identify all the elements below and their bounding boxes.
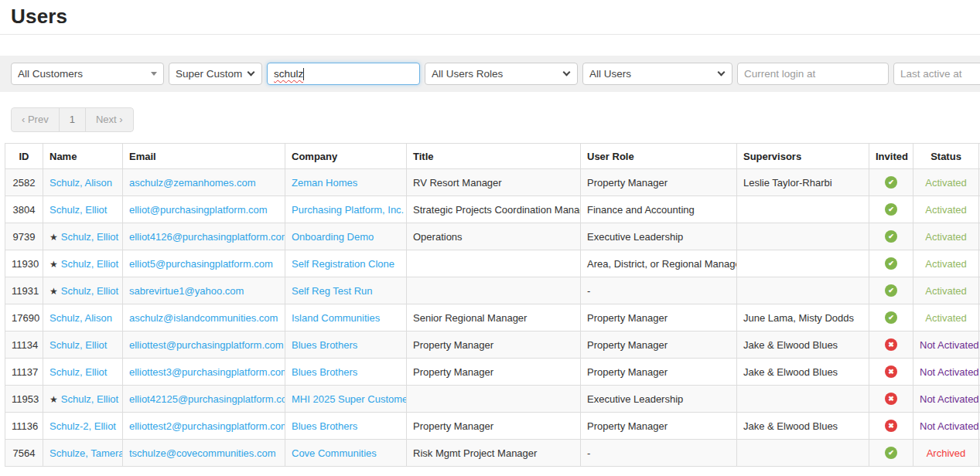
cell-name: ★Schulz, Elliot bbox=[43, 277, 123, 304]
table-row: 3804Schulz, Elliotelliot@purchasingplatf… bbox=[5, 196, 980, 223]
user-name-link[interactable]: Schulz, Elliot bbox=[61, 258, 118, 270]
check-circle-icon: ✔ bbox=[885, 311, 897, 324]
company-link[interactable]: Zeman Homes bbox=[292, 177, 357, 189]
cell-status: Activated bbox=[913, 250, 979, 277]
table-row: 17690Schulz, Alisonaschulz@islandcommuni… bbox=[5, 304, 980, 332]
cell-supervisors: Jake & Elwood Blues bbox=[737, 413, 869, 440]
page-title: Users bbox=[11, 5, 67, 29]
cell-user-role: - bbox=[581, 277, 737, 304]
column-header-status: Status bbox=[913, 144, 979, 169]
cell-company: Cove Communities bbox=[285, 440, 407, 467]
search-input[interactable]: schulz bbox=[267, 63, 420, 85]
cell-title bbox=[407, 386, 581, 413]
company-link[interactable]: Blues Brothers bbox=[292, 366, 357, 378]
next-page-button[interactable]: Next › bbox=[85, 107, 134, 132]
user-name-link[interactable]: Schulz, Elliot bbox=[61, 285, 118, 297]
company-link[interactable]: Onboarding Demo bbox=[292, 231, 374, 243]
cell-user-role: Property Manager bbox=[581, 169, 737, 196]
cell-invited: ✔ bbox=[869, 250, 913, 277]
status-badge: Not Activated bbox=[920, 339, 979, 351]
last-active-input[interactable]: Last active at bbox=[893, 63, 980, 85]
column-header-company: Company bbox=[285, 144, 407, 169]
current-login-input[interactable]: Current login at bbox=[737, 63, 889, 85]
cell-name: Schulz, Elliot bbox=[43, 196, 123, 223]
user-name-link[interactable]: Schulz, Elliot bbox=[61, 231, 118, 243]
company-link[interactable]: Purchasing Platform, Inc. bbox=[292, 204, 404, 216]
page-1-button[interactable]: 1 bbox=[59, 107, 86, 132]
user-email-link[interactable]: elliot@purchasingplatform.com bbox=[129, 204, 268, 216]
star-icon: ★ bbox=[50, 259, 58, 270]
user-role-select[interactable]: All Users Roles bbox=[425, 63, 578, 85]
table-row: 11953★Schulz, Elliotelliot42125@purchasi… bbox=[5, 386, 980, 413]
user-email-link[interactable]: elliot42125@purchasingplatform.com bbox=[129, 393, 285, 405]
status-badge: Activated bbox=[925, 177, 966, 189]
user-email-link[interactable]: aschulz@zemanhomes.com bbox=[129, 177, 255, 189]
cell-supervisors bbox=[737, 250, 869, 277]
user-name-link[interactable]: Schulz, Elliot bbox=[50, 339, 107, 351]
user-email-link[interactable]: aschulz@islandcommunities.com bbox=[129, 312, 278, 324]
user-email-link[interactable]: sabrevirtue1@yahoo.com bbox=[129, 285, 244, 297]
check-circle-icon: ✔ bbox=[885, 203, 897, 216]
company-link[interactable]: Cove Communities bbox=[292, 447, 377, 459]
cell-title: RV Resort Manager bbox=[407, 169, 581, 196]
x-circle-icon: ✖ bbox=[885, 338, 897, 351]
cell-company: Onboarding Demo bbox=[285, 223, 407, 250]
prev-page-button[interactable]: ‹ Prev bbox=[11, 107, 60, 132]
cell-name: Schulz, Alison bbox=[43, 169, 123, 196]
cell-email: elliot@purchasingplatform.com bbox=[123, 196, 285, 223]
user-email-link[interactable]: tschulze@covecommunities.com bbox=[129, 447, 275, 459]
user-email-link[interactable]: elliottest2@purchasingplatform.com bbox=[129, 420, 285, 432]
user-name-link[interactable]: Schulz-2, Elliot bbox=[50, 420, 116, 432]
users-select[interactable]: All Users bbox=[582, 63, 732, 85]
company-link[interactable]: Island Communities bbox=[292, 312, 380, 324]
cell-email: elliot42125@purchasingplatform.com bbox=[123, 386, 285, 413]
cell-status: Not Activated bbox=[913, 332, 979, 359]
user-name-link[interactable]: Schulz, Elliot bbox=[50, 366, 107, 378]
cell-user-id: 3804 bbox=[5, 196, 43, 223]
cell-name: Schulze, Tamera bbox=[43, 440, 123, 467]
cell-user-id: 11134 bbox=[5, 332, 43, 359]
table-row: 11931★Schulz, Elliotsabrevirtue1@yahoo.c… bbox=[5, 277, 980, 304]
cell-company: Island Communities bbox=[285, 304, 407, 332]
user-email-link[interactable]: elliottest3@purchasingplatform.com bbox=[129, 366, 285, 378]
company-link[interactable]: Self Registration Clone bbox=[292, 258, 394, 270]
column-header-email: Email bbox=[123, 144, 285, 169]
user-name-link[interactable]: Schulze, Tamera bbox=[50, 447, 123, 459]
column-header-name: Name bbox=[43, 144, 123, 169]
user-email-link[interactable]: elliot4126@purchasingplatform.com bbox=[129, 231, 285, 243]
cell-user-role: Finance and Accounting bbox=[581, 196, 737, 223]
user-name-link[interactable]: Schulz, Elliot bbox=[61, 393, 118, 405]
customer-select[interactable]: All Customers bbox=[11, 63, 164, 85]
check-circle-icon: ✔ bbox=[885, 257, 897, 270]
table-row: 11136Schulz-2, Elliotelliottest2@purchas… bbox=[5, 413, 980, 440]
cell-invited: ✔ bbox=[869, 304, 913, 332]
cell-invited: ✔ bbox=[869, 440, 913, 467]
star-icon: ★ bbox=[50, 394, 58, 405]
check-circle-icon: ✔ bbox=[885, 284, 897, 297]
company-link[interactable]: Blues Brothers bbox=[292, 420, 357, 432]
user-email-link[interactable]: elliot5@purchasingplatform.com bbox=[129, 258, 273, 270]
status-badge: Activated bbox=[925, 258, 966, 270]
status-badge: Activated bbox=[925, 312, 966, 324]
cell-email: elliottest2@purchasingplatform.com bbox=[123, 413, 285, 440]
cell-name: Schulz, Elliot bbox=[43, 359, 123, 386]
cell-name: Schulz-2, Elliot bbox=[43, 413, 123, 440]
company-link[interactable]: Blues Brothers bbox=[292, 339, 357, 351]
search-input-value: schulz bbox=[274, 68, 303, 80]
user-name-link[interactable]: Schulz, Elliot bbox=[50, 204, 107, 216]
table-row: 7564Schulze, Tameratschulze@covecommunit… bbox=[5, 440, 980, 467]
filter-bar: All Customers Super Customer schulz All … bbox=[0, 56, 980, 92]
cell-company: Blues Brothers bbox=[285, 413, 407, 440]
table-row: 11137Schulz, Elliotelliottest3@purchasin… bbox=[5, 359, 980, 386]
cell-supervisors: Jake & Elwood Blues bbox=[737, 359, 869, 386]
cell-user-id: 11136 bbox=[5, 413, 43, 440]
customer-type-select[interactable]: Super Customer bbox=[169, 63, 262, 85]
user-name-link[interactable]: Schulz, Alison bbox=[50, 177, 112, 189]
user-name-link[interactable]: Schulz, Alison bbox=[50, 312, 112, 324]
user-email-link[interactable]: elliottest@purchasingplatform.com bbox=[129, 339, 284, 351]
cell-user-role: Executive Leadership bbox=[581, 223, 737, 250]
status-badge: Activated bbox=[925, 231, 966, 243]
company-link[interactable]: Self Reg Test Run bbox=[292, 285, 373, 297]
company-link[interactable]: MHI 2025 Super Customer bbox=[292, 393, 407, 405]
status-badge: Not Activated bbox=[920, 366, 979, 378]
